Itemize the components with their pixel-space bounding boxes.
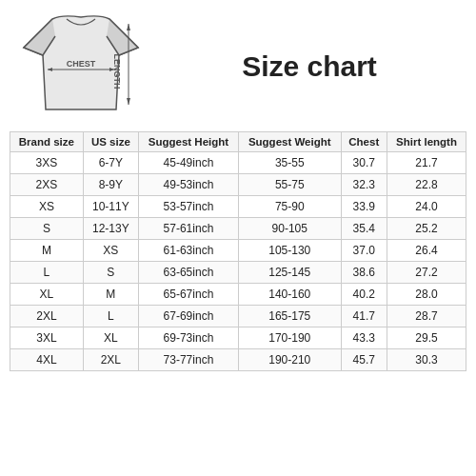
table-cell: 38.6 bbox=[341, 262, 387, 284]
table-cell: 170-190 bbox=[238, 327, 341, 349]
table-cell: 35.4 bbox=[341, 218, 387, 240]
table-cell: 57-61inch bbox=[138, 218, 238, 240]
table-row: 4XL2XL73-77inch190-21045.730.3 bbox=[10, 349, 466, 371]
table-cell: 190-210 bbox=[238, 349, 341, 371]
col-brand-size: Brand size bbox=[10, 132, 84, 152]
table-cell: M bbox=[10, 240, 84, 262]
col-chest: Chest bbox=[341, 132, 387, 152]
table-cell: XL bbox=[10, 284, 84, 306]
table-cell: 24.0 bbox=[387, 196, 466, 218]
table-cell: 165-175 bbox=[238, 306, 341, 327]
table-cell: 3XS bbox=[10, 152, 84, 174]
table-cell: 49-53inch bbox=[138, 174, 238, 196]
table-cell: 55-75 bbox=[238, 174, 341, 196]
table-cell: 45.7 bbox=[341, 349, 387, 371]
table-row: MXS61-63inch105-13037.026.4 bbox=[10, 240, 466, 262]
table-row: 2XLL67-69inch165-17541.728.7 bbox=[10, 306, 466, 327]
table-cell: 90-105 bbox=[238, 218, 341, 240]
table-cell: 41.7 bbox=[341, 306, 387, 327]
table-cell: 6-7Y bbox=[83, 152, 138, 174]
shirt-diagram: CHEST LENGTH bbox=[10, 10, 152, 124]
table-cell: 32.3 bbox=[341, 174, 387, 196]
table-cell: 73-77inch bbox=[138, 349, 238, 371]
table-row: 3XLXL69-73inch170-19043.329.5 bbox=[10, 327, 466, 349]
table-cell: 28.7 bbox=[387, 306, 466, 327]
table-cell: 37.0 bbox=[341, 240, 387, 262]
table-cell: 30.3 bbox=[387, 349, 466, 371]
col-suggest-weight: Suggest Weight bbox=[238, 132, 341, 152]
table-cell: XS bbox=[10, 196, 84, 218]
col-us-size: US size bbox=[83, 132, 138, 152]
table-cell: 29.5 bbox=[387, 327, 466, 349]
table-cell: 2XS bbox=[10, 174, 84, 196]
svg-marker-5 bbox=[127, 98, 130, 105]
table-cell: 30.7 bbox=[341, 152, 387, 174]
col-suggest-height: Suggest Height bbox=[138, 132, 238, 152]
table-cell: 28.0 bbox=[387, 284, 466, 306]
table-row: LS63-65inch125-14538.627.2 bbox=[10, 262, 466, 284]
table-row: XS10-11Y53-57inch75-9033.924.0 bbox=[10, 196, 466, 218]
table-cell: 4XL bbox=[10, 349, 84, 371]
col-shirt-length: Shirt length bbox=[387, 132, 466, 152]
table-cell: 63-65inch bbox=[138, 262, 238, 284]
table-row: XLM65-67inch140-16040.228.0 bbox=[10, 284, 466, 306]
table-cell: 27.2 bbox=[387, 262, 466, 284]
svg-marker-4 bbox=[127, 24, 130, 30]
table-cell: XL bbox=[83, 327, 138, 349]
length-label: LENGTH bbox=[112, 54, 122, 89]
table-cell: 40.2 bbox=[341, 284, 387, 306]
table-cell: 2XL bbox=[83, 349, 138, 371]
table-cell: 33.9 bbox=[341, 196, 387, 218]
table-cell: 140-160 bbox=[238, 284, 341, 306]
table-cell: 8-9Y bbox=[83, 174, 138, 196]
table-row: S12-13Y57-61inch90-10535.425.2 bbox=[10, 218, 466, 240]
table-cell: 2XL bbox=[10, 306, 84, 327]
table-cell: 22.8 bbox=[387, 174, 466, 196]
table-cell: 12-13Y bbox=[83, 218, 138, 240]
table-cell: 35-55 bbox=[238, 152, 341, 174]
page-container: CHEST LENGTH Size chart Brand size US si… bbox=[0, 0, 476, 476]
top-section: CHEST LENGTH Size chart bbox=[10, 10, 466, 124]
table-cell: L bbox=[10, 262, 84, 284]
table-header-row: Brand size US size Suggest Height Sugges… bbox=[10, 132, 466, 152]
page-title: Size chart bbox=[242, 50, 377, 82]
table-cell: 53-57inch bbox=[138, 196, 238, 218]
table-cell: 105-130 bbox=[238, 240, 341, 262]
chest-label: CHEST bbox=[67, 59, 96, 69]
table-cell: 3XL bbox=[10, 327, 84, 349]
table-cell: 65-67inch bbox=[138, 284, 238, 306]
table-row: 3XS6-7Y45-49inch35-5530.721.7 bbox=[10, 152, 466, 174]
table-row: 2XS8-9Y49-53inch55-7532.322.8 bbox=[10, 174, 466, 196]
table-cell: 45-49inch bbox=[138, 152, 238, 174]
table-cell: 26.4 bbox=[387, 240, 466, 262]
table-cell: 21.7 bbox=[387, 152, 466, 174]
table-cell: 67-69inch bbox=[138, 306, 238, 327]
table-cell: 75-90 bbox=[238, 196, 341, 218]
table-cell: 43.3 bbox=[341, 327, 387, 349]
table-cell: 25.2 bbox=[387, 218, 466, 240]
table-cell: L bbox=[83, 306, 138, 327]
table-cell: 10-11Y bbox=[83, 196, 138, 218]
table-cell: 125-145 bbox=[238, 262, 341, 284]
table-cell: M bbox=[83, 284, 138, 306]
table-cell: 61-63inch bbox=[138, 240, 238, 262]
title-section: Size chart bbox=[152, 50, 466, 83]
table-cell: 69-73inch bbox=[138, 327, 238, 349]
table-cell: XS bbox=[83, 240, 138, 262]
table-cell: S bbox=[10, 218, 84, 240]
size-table: Brand size US size Suggest Height Sugges… bbox=[10, 131, 466, 371]
table-cell: S bbox=[83, 262, 138, 284]
